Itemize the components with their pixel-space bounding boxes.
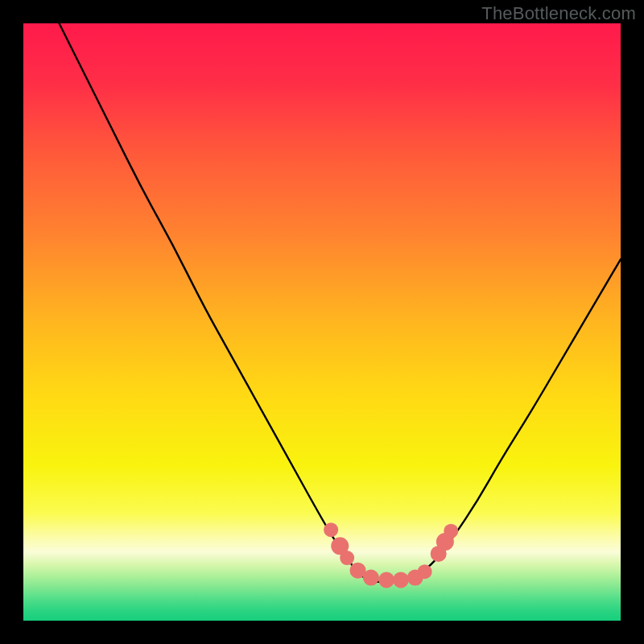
curve-marker (378, 572, 394, 588)
curve-marker (444, 524, 458, 539)
gradient-background (23, 23, 621, 621)
curve-marker (393, 572, 409, 588)
watermark-text: TheBottleneck.com (481, 3, 636, 24)
curve-marker (340, 551, 354, 565)
outer-frame: TheBottleneck.com (0, 0, 644, 644)
curve-marker (324, 522, 338, 537)
chart-svg (23, 23, 621, 621)
curve-marker (418, 564, 432, 579)
plot-area (23, 23, 621, 621)
curve-marker (363, 570, 379, 586)
